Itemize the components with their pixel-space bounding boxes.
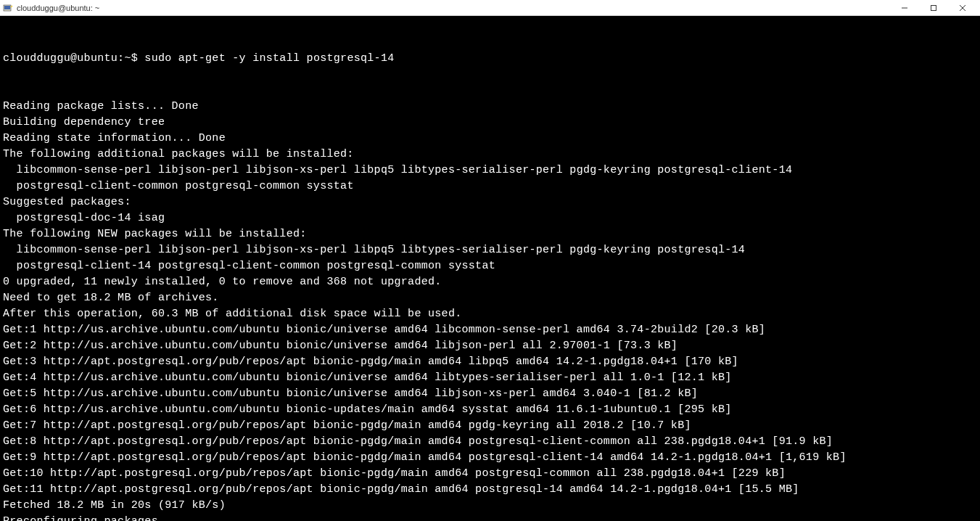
- terminal-line: Get:5 http://us.archive.ubuntu.com/ubunt…: [3, 386, 977, 402]
- terminal-output: Reading package lists... DoneBuilding de…: [3, 99, 977, 521]
- svg-rect-1: [4, 6, 10, 9]
- terminal-line: Get:2 http://us.archive.ubuntu.com/ubunt…: [3, 338, 977, 354]
- terminal-line: Get:1 http://us.archive.ubuntu.com/ubunt…: [3, 322, 977, 338]
- terminal-line: 0 upgraded, 11 newly installed, 0 to rem…: [3, 274, 977, 290]
- terminal-line: After this operation, 60.3 MB of additio…: [3, 306, 977, 322]
- terminal-line: Get:6 http://us.archive.ubuntu.com/ubunt…: [3, 402, 977, 418]
- shell-command: sudo apt-get -y install postgresql-14: [144, 52, 394, 65]
- terminal-line: Get:9 http://apt.postgresql.org/pub/repo…: [3, 450, 977, 466]
- putty-icon: [3, 3, 13, 13]
- terminal-line: Get:4 http://us.archive.ubuntu.com/ubunt…: [3, 370, 977, 386]
- terminal-area[interactable]: cloudduggu@ubuntu:~$ sudo apt-get -y ins…: [0, 16, 980, 521]
- svg-rect-4: [931, 5, 936, 10]
- window-title: cloudduggu@ubuntu: ~: [17, 4, 99, 12]
- terminal-line: Building dependency tree: [3, 115, 977, 131]
- terminal-line: libcommon-sense-perl libjson-perl libjso…: [3, 242, 977, 258]
- terminal-line: Fetched 18.2 MB in 20s (917 kB/s): [3, 498, 977, 514]
- maximize-button[interactable]: [919, 0, 948, 16]
- terminal-line: Get:10 http://apt.postgresql.org/pub/rep…: [3, 466, 977, 482]
- terminal-line: libcommon-sense-perl libjson-perl libjso…: [3, 163, 977, 179]
- terminal-line: Reading state information... Done: [3, 131, 977, 147]
- terminal-line: Get:7 http://apt.postgresql.org/pub/repo…: [3, 418, 977, 434]
- close-button[interactable]: [948, 0, 977, 16]
- terminal-line: Get:11 http://apt.postgresql.org/pub/rep…: [3, 482, 977, 498]
- minimize-button[interactable]: [890, 0, 919, 16]
- terminal-line: Preconfiguring packages ...: [3, 514, 977, 521]
- terminal-line: The following additional packages will b…: [3, 147, 977, 163]
- terminal-line: Reading package lists... Done: [3, 99, 977, 115]
- terminal-line: The following NEW packages will be insta…: [3, 226, 977, 242]
- terminal-line: postgresql-doc-14 isag: [3, 210, 977, 226]
- terminal-line: postgresql-client-common postgresql-comm…: [3, 179, 977, 194]
- terminal-line: Suggested packages:: [3, 194, 977, 210]
- window-controls: [890, 0, 977, 16]
- terminal-line: cloudduggu@ubuntu:~$ sudo apt-get -y ins…: [3, 51, 977, 67]
- window-titlebar: cloudduggu@ubuntu: ~: [0, 0, 980, 16]
- shell-prompt: cloudduggu@ubuntu:~$: [3, 52, 144, 65]
- terminal-line: Get:8 http://apt.postgresql.org/pub/repo…: [3, 434, 977, 450]
- titlebar-left: cloudduggu@ubuntu: ~: [3, 3, 99, 13]
- terminal-line: postgresql-client-14 postgresql-client-c…: [3, 258, 977, 274]
- terminal-line: Need to get 18.2 MB of archives.: [3, 290, 977, 306]
- terminal-line: Get:3 http://apt.postgresql.org/pub/repo…: [3, 354, 977, 370]
